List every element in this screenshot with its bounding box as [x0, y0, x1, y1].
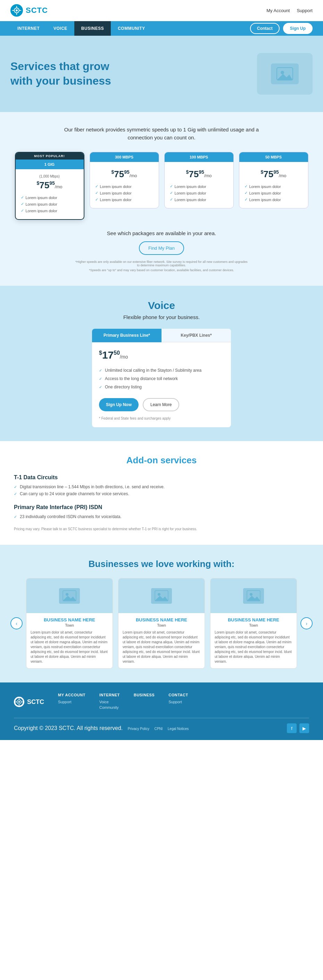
pricing-disclaimer-1: *Higher speeds are only available on our… — [75, 260, 248, 267]
youtube-icon[interactable]: ▶ — [299, 723, 309, 733]
addon-pri: Primary Rate Interface (PRI) ISDN ✓ 23 i… — [14, 504, 309, 520]
carousel-next-button[interactable]: › — [301, 617, 313, 629]
footer-link-voice[interactable]: Voice — [99, 700, 120, 704]
logo-icon — [10, 4, 23, 17]
biz-placeholder-icon-2 — [151, 588, 172, 604]
hero-image — [257, 53, 313, 95]
feature-item: ✓ Lorem ipsum dolor — [95, 196, 154, 203]
biz-desc-2: Lorem ipsum dolor sit amet, consectetur … — [123, 630, 200, 664]
business-cards: BUSINESS NAME HERE Town Lorem ipsum dolo… — [26, 578, 297, 668]
my-account-link[interactable]: My Account — [266, 8, 289, 13]
voice-price: $1750/mo — [99, 349, 224, 361]
footer-col-myaccount: MY ACCOUNT Support — [58, 693, 85, 711]
check-icon: ✓ — [95, 191, 98, 195]
hero-section: Services that grow with your business — [0, 36, 323, 112]
support-link[interactable]: Support — [297, 8, 313, 13]
hero-title: Services that grow with your business — [10, 59, 132, 88]
signup-button[interactable]: Sign Up — [283, 23, 313, 34]
pricing-cards: MOST POPULAR! 1 GIG (1,000 Mbps) $7595/m… — [10, 152, 313, 220]
biz-name-1: BUSINESS NAME HERE — [30, 617, 108, 622]
footer-col-business: BUSINESS — [134, 693, 155, 711]
biz-name-2: BUSINESS NAME HERE — [123, 617, 200, 622]
business-image-2 — [118, 578, 205, 613]
check-icon: ✓ — [95, 197, 98, 202]
feature-item: ✓ Lorem ipsum dolor — [245, 183, 303, 190]
addon-section: Add-on services T-1 Data Circuits ✓ Digi… — [0, 441, 323, 545]
footer-legal-link[interactable]: Legal Notices — [168, 727, 189, 731]
nav-voice[interactable]: VOICE — [46, 21, 74, 36]
svg-point-11 — [66, 593, 69, 596]
footer-cpni-link[interactable]: CPNI — [154, 727, 163, 731]
facebook-icon[interactable]: f — [287, 723, 297, 733]
hero-text: Services that grow with your business — [10, 59, 132, 88]
voice-learn-more-button[interactable]: Learn More — [143, 398, 179, 411]
biz-town-3: Town — [215, 623, 293, 627]
footer-top: SCTC MY ACCOUNT Support INTERNET Voice C… — [14, 693, 309, 711]
speed-sub-1gig: (1,000 Mbps) — [21, 175, 78, 178]
nav-community[interactable]: COMMUNITY — [111, 21, 152, 36]
check-icon: ✓ — [99, 368, 102, 373]
footer-link-community[interactable]: Community — [99, 705, 120, 710]
voice-section: Voice Flexible phone for your business. … — [0, 286, 323, 441]
check-icon: ✓ — [14, 492, 17, 496]
top-header: SCTC My Account Support — [0, 0, 323, 21]
voice-disclaimer: * Federal and State fees and surcharges … — [99, 417, 224, 420]
tab-primary-business-line[interactable]: Primary Business Line* — [92, 329, 162, 342]
addon-t1: T-1 Data Circuits ✓ Digital transmission… — [14, 474, 309, 497]
addon-t1-name: T-1 Data Circuits — [14, 474, 309, 480]
business-card-body-2: BUSINESS NAME HERE Town Lorem ipsum dolo… — [118, 613, 205, 668]
footer-logo-text: SCTC — [27, 698, 44, 706]
check-icon: ✓ — [245, 191, 248, 195]
pricing-disclaimer-2: *Speeds are "up to" and may vary based o… — [75, 269, 248, 272]
pricing-section: Our fiber network provides symmetric spe… — [0, 112, 323, 286]
card-body-300mbps: $7595/mo ✓ Lorem ipsum dolor ✓ Lorem ips… — [90, 162, 159, 208]
footer-col-contact: CONTACT Support — [168, 693, 188, 711]
businesses-title: Businesses we love working with: — [10, 558, 313, 570]
footer-social: f ▶ — [287, 723, 309, 733]
footer-privacy-link[interactable]: Privacy Policy — [128, 727, 149, 731]
nav-business[interactable]: BUSINESS — [74, 21, 111, 36]
tab-keypbx-lines[interactable]: Key/PBX Lines* — [162, 329, 231, 342]
pricing-card-50mbps: 50 MBPS $7595/mo ✓ Lorem ipsum dolor ✓ L… — [239, 152, 309, 208]
voice-signup-button[interactable]: Sign Up Now — [99, 398, 139, 411]
addon-title: Add-on services — [14, 455, 309, 466]
check-icon: ✓ — [170, 197, 173, 202]
addon-t1-feature-1: ✓ Digital transmission line – 1.544 Mbps… — [14, 484, 309, 490]
feature-item: ✓ Lorem ipsum dolor — [21, 201, 78, 207]
voice-title: Voice — [10, 300, 313, 312]
check-icon: ✓ — [99, 377, 102, 381]
footer-link-support[interactable]: Support — [58, 700, 85, 704]
features-100mbps: ✓ Lorem ipsum dolor ✓ Lorem ipsum dolor … — [170, 183, 228, 203]
business-image-3 — [211, 578, 297, 613]
footer-logo[interactable]: SCTC — [14, 693, 44, 711]
check-icon: ✓ — [21, 208, 24, 213]
footer-col-internet-heading: INTERNET — [99, 693, 120, 697]
footer: SCTC MY ACCOUNT Support INTERNET Voice C… — [0, 682, 323, 740]
find-plan-button[interactable]: Find My Plan — [139, 241, 184, 255]
footer-bottom: Copyright © 2023 SCTC. All rights reserv… — [14, 718, 309, 733]
nav-internet[interactable]: INTERNET — [10, 21, 46, 36]
addon-pri-feature-1: ✓ 23 individually controlled ISDN channe… — [14, 513, 309, 520]
voice-feature-1: ✓ Unlimited local calling in the Stayton… — [99, 366, 224, 374]
business-card-3: BUSINESS NAME HERE Town Lorem ipsum dolo… — [210, 578, 297, 668]
card-header-300mbps: 300 MBPS — [90, 152, 159, 162]
check-icon: ✓ — [95, 184, 98, 189]
logo[interactable]: SCTC — [10, 4, 48, 17]
contact-button[interactable]: Contact — [250, 23, 280, 34]
check-icon: ✓ — [170, 191, 173, 195]
footer-link-contact-support[interactable]: Support — [168, 700, 188, 704]
pricing-card-1gig: MOST POPULAR! 1 GIG (1,000 Mbps) $7595/m… — [15, 152, 85, 220]
pricing-intro: Our fiber network provides symmetric spe… — [57, 126, 266, 142]
voice-features: ✓ Unlimited local calling in the Stayton… — [99, 366, 224, 391]
pricing-card-300mbps: 300 MBPS $7595/mo ✓ Lorem ipsum dolor ✓ … — [90, 152, 159, 208]
biz-placeholder-icon-3 — [243, 588, 264, 604]
businesses-carousel: ‹ BUSINESS NAME HERE Town Lorem ipsu — [10, 578, 313, 668]
carousel-prev-button[interactable]: ‹ — [10, 617, 22, 629]
check-icon: ✓ — [21, 202, 24, 206]
addon-disclaimer: Pricing may vary. Please talk to an SCTC… — [14, 527, 309, 531]
business-card-1: BUSINESS NAME HERE Town Lorem ipsum dolo… — [26, 578, 113, 668]
footer-col-myaccount-heading: MY ACCOUNT — [58, 693, 85, 697]
biz-town-1: Town — [30, 623, 108, 627]
check-icon: ✓ — [14, 515, 17, 519]
most-popular-badge: MOST POPULAR! — [16, 153, 84, 159]
